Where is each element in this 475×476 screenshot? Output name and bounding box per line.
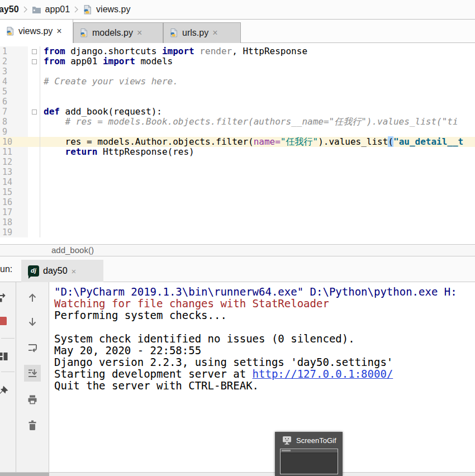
- scope-crumb[interactable]: add_book(): [51, 245, 94, 255]
- tab-models-py[interactable]: models.py ×: [73, 22, 163, 43]
- python-file-icon: [169, 28, 178, 37]
- line-number[interactable]: 7: [0, 107, 28, 117]
- line-number[interactable]: 17: [0, 207, 28, 217]
- rerun-icon[interactable]: [0, 292, 10, 303]
- line-number[interactable]: 3: [0, 66, 28, 77]
- down-stack-trace-icon[interactable]: [27, 316, 38, 327]
- code-line[interactable]: 3: [0, 66, 475, 77]
- code-line[interactable]: 5: [0, 87, 475, 97]
- line-number[interactable]: 19: [0, 227, 28, 237]
- code-text: [40, 187, 44, 197]
- thumbnail-titlebar: [281, 450, 338, 453]
- close-icon[interactable]: ×: [137, 28, 142, 38]
- editor-tab-bar: views.py × models.py × urls.py ×: [0, 20, 475, 43]
- line-number[interactable]: 9: [0, 127, 28, 137]
- close-icon[interactable]: ×: [72, 266, 77, 276]
- breadcrumb-file[interactable]: views.py: [96, 4, 130, 15]
- line-number[interactable]: 14: [0, 177, 28, 187]
- clear-all-icon[interactable]: [27, 420, 37, 431]
- run-tab-day50[interactable]: dj day50 ×: [21, 260, 103, 282]
- line-number[interactable]: 11: [0, 147, 28, 157]
- server-url-link[interactable]: http://127.0.0.1:8000/: [253, 368, 393, 380]
- fold-marker[interactable]: [28, 107, 40, 117]
- stop-icon[interactable]: [0, 317, 7, 326]
- code-line[interactable]: 4# Create your views here.: [0, 77, 475, 87]
- code-line[interactable]: 7def add_book(request):: [0, 107, 475, 117]
- print-icon[interactable]: [27, 394, 38, 405]
- fold-gutter: [28, 77, 40, 87]
- code-line[interactable]: 12: [0, 157, 475, 167]
- line-number[interactable]: 13: [0, 167, 28, 177]
- code-text: return HttpResponse(res): [40, 147, 194, 157]
- line-number[interactable]: 12: [0, 157, 28, 167]
- code-text: [40, 87, 44, 97]
- line-number[interactable]: 16: [0, 197, 28, 207]
- code-line[interactable]: 14: [0, 177, 475, 187]
- console-line: Starting development server at http://12…: [54, 368, 475, 380]
- close-icon[interactable]: ×: [212, 28, 217, 38]
- code-line[interactable]: 15: [0, 187, 475, 197]
- code-line[interactable]: 6: [0, 97, 475, 107]
- line-number[interactable]: 1: [0, 46, 28, 56]
- code-line[interactable]: 19: [0, 227, 475, 237]
- tab-urls-py[interactable]: urls.py ×: [163, 22, 241, 43]
- code-line[interactable]: 9: [0, 127, 475, 137]
- tab-views-py[interactable]: views.py ×: [0, 20, 73, 43]
- code-text: def add_book(request):: [40, 107, 162, 117]
- fold-marker[interactable]: [28, 56, 40, 66]
- code-line[interactable]: 1from django.shortcuts import render, Ht…: [0, 46, 475, 56]
- line-number[interactable]: 2: [0, 56, 28, 66]
- close-icon[interactable]: ×: [56, 26, 61, 36]
- python-file-icon: [83, 5, 92, 15]
- code-line[interactable]: 11 return HttpResponse(res): [0, 147, 475, 157]
- scrollbar-thumb[interactable]: [0, 473, 49, 476]
- toolbar-divider: [1, 372, 15, 372]
- code-text: [40, 217, 44, 227]
- line-number[interactable]: 4: [0, 77, 28, 87]
- soft-wrap-icon[interactable]: [27, 342, 38, 353]
- restore-layout-icon[interactable]: [0, 351, 8, 361]
- code-line[interactable]: 8 # res = models.Book.objects.filter(aut…: [0, 117, 475, 127]
- screentogif-title-row: ScreenToGif: [275, 432, 343, 445]
- code-text: from app01 import models: [40, 56, 173, 66]
- fold-gutter: [28, 167, 40, 177]
- fold-gutter: [28, 117, 40, 127]
- pin-icon[interactable]: [0, 385, 9, 396]
- console-line: Quit the server with CTRL-BREAK.: [54, 380, 475, 392]
- line-number[interactable]: 5: [0, 87, 28, 97]
- code-line[interactable]: 2from app01 import models: [0, 56, 475, 66]
- screentogif-thumbnail[interactable]: [280, 449, 338, 474]
- console-output: "D:\PyCharm 2019.1.3\bin\runnerw64.exe" …: [49, 282, 475, 472]
- code-line[interactable]: 13: [0, 167, 475, 177]
- code-text: # res = models.Book.objects.filter(autho…: [40, 117, 458, 127]
- run-console: "D:\PyCharm 2019.1.3\bin\runnerw64.exe" …: [0, 282, 475, 472]
- line-number[interactable]: 18: [0, 217, 28, 227]
- code-line[interactable]: 10 res = models.Author.objects.filter(na…: [0, 137, 475, 147]
- line-number[interactable]: 6: [0, 97, 28, 107]
- tab-label: views.py: [18, 26, 53, 36]
- code-line[interactable]: 17: [0, 207, 475, 217]
- console-line: May 20, 2020 - 22:58:55: [54, 345, 475, 356]
- breadcrumb-package[interactable]: app01: [45, 4, 70, 15]
- code-text: [40, 97, 44, 107]
- breadcrumb-project[interactable]: ay50: [0, 4, 19, 15]
- fold-gutter: [28, 66, 40, 77]
- console-line: System check identified no issues (0 sil…: [54, 333, 475, 345]
- line-number[interactable]: 10: [0, 137, 28, 147]
- scroll-to-end-icon[interactable]: [27, 368, 38, 379]
- tab-label: urls.py: [182, 28, 208, 38]
- code-editor[interactable]: 1from django.shortcuts import render, Ht…: [0, 43, 475, 244]
- screentogif-title: ScreenToGif: [296, 436, 336, 445]
- up-stack-trace-icon[interactable]: [27, 292, 38, 303]
- fold-marker[interactable]: [28, 46, 40, 56]
- folder-icon: [32, 6, 41, 14]
- fold-gutter: [28, 177, 40, 187]
- screentogif-preview-popup[interactable]: ScreenToGif: [275, 432, 343, 476]
- code-line[interactable]: 18: [0, 217, 475, 227]
- console-line: [54, 321, 475, 333]
- fold-gutter: [28, 207, 40, 217]
- line-number[interactable]: 8: [0, 117, 28, 127]
- code-line[interactable]: 16: [0, 197, 475, 207]
- line-number[interactable]: 15: [0, 187, 28, 197]
- horizontal-scrollbar: [0, 472, 475, 476]
